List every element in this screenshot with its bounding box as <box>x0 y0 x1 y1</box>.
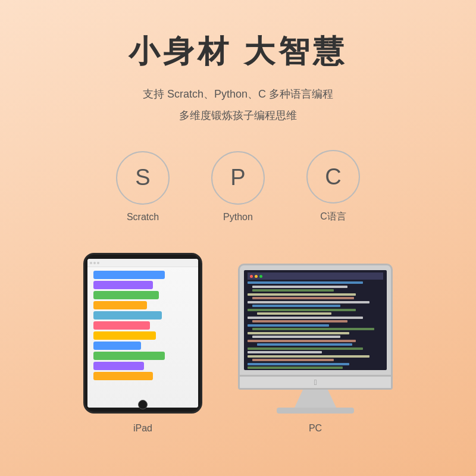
mac-chin:  <box>238 377 393 390</box>
ipad-label: iPad <box>133 423 152 434</box>
scratch-block-8 <box>93 342 141 350</box>
status-dot-1 <box>90 262 92 264</box>
ipad-wrap <box>83 253 202 414</box>
subtitle-line1: 支持 Scratch、Python、C 多种语言编程 <box>143 83 333 105</box>
mac-screen <box>244 270 387 370</box>
code-line-13 <box>252 328 374 330</box>
code-line-22 <box>248 363 349 365</box>
c-circle-icon: C <box>306 150 360 203</box>
python-letter: P <box>230 165 245 190</box>
code-line-21 <box>252 359 334 361</box>
c-icon-item: C C语言 <box>306 150 360 223</box>
code-line-2 <box>252 286 347 288</box>
code-line-1 <box>248 281 363 284</box>
ipad-body <box>83 253 202 414</box>
code-line-18 <box>248 347 363 350</box>
code-line-3 <box>252 289 334 292</box>
python-icon-item: P Python <box>211 151 265 223</box>
code-line-15 <box>252 336 340 338</box>
mac-monitor <box>238 264 393 377</box>
code-line-5 <box>252 297 354 299</box>
scratch-block-7 <box>93 331 156 340</box>
code-line-23 <box>248 367 343 369</box>
scratch-circle-icon: S <box>116 151 170 205</box>
code-line-14 <box>248 332 349 334</box>
mac-stand <box>295 390 336 408</box>
scratch-block-6 <box>93 321 150 330</box>
code-line-8 <box>248 309 356 311</box>
ipad-screen-content <box>87 259 198 408</box>
code-line-4 <box>248 293 356 296</box>
apple-logo-icon:  <box>314 378 317 387</box>
ipad-top-bar <box>87 259 198 267</box>
scratch-block-10 <box>93 362 144 370</box>
scratch-code-blocks <box>93 271 177 382</box>
mac-dot-yellow <box>255 275 258 278</box>
mac-dot-green <box>259 275 262 278</box>
code-line-6 <box>248 301 369 303</box>
scratch-letter: S <box>135 165 150 190</box>
code-line-12 <box>248 324 329 327</box>
scratch-block-11 <box>93 372 153 380</box>
pc-label: PC <box>309 423 322 434</box>
ipad-screen <box>87 259 198 408</box>
code-line-16 <box>248 340 356 342</box>
scratch-block-9 <box>93 352 165 360</box>
status-dot-3 <box>97 262 99 264</box>
scratch-block-1 <box>93 271 165 279</box>
scratch-icon-item: S Scratch <box>116 151 170 223</box>
code-line-10 <box>248 317 363 319</box>
subtitle-line2: 多维度锻炼孩子编程思维 <box>143 105 333 126</box>
scratch-block-2 <box>93 281 153 289</box>
python-circle-icon: P <box>211 151 265 205</box>
ipad-status-dots <box>90 262 99 264</box>
code-line-11 <box>252 320 347 322</box>
scratch-block-4 <box>93 301 147 309</box>
code-line-20 <box>248 355 369 358</box>
ipad-device-item: iPad <box>83 253 202 434</box>
subtitle: 支持 Scratch、Python、C 多种语言编程 多维度锻炼孩子编程思维 <box>143 83 333 126</box>
c-letter: C <box>325 164 341 190</box>
scratch-block-3 <box>93 291 159 299</box>
language-icons-row: S Scratch P Python C C语言 <box>116 150 360 223</box>
code-line-17 <box>257 343 352 346</box>
mac-screen-content <box>244 270 387 370</box>
mac-topbar <box>248 273 383 280</box>
code-line-19 <box>248 351 322 353</box>
scratch-block-5 <box>93 311 162 320</box>
main-title: 小身材 大智慧 <box>129 31 347 73</box>
status-dot-2 <box>93 262 96 264</box>
scratch-label: Scratch <box>127 212 159 223</box>
mac-dot-red <box>250 275 253 278</box>
ipad-home-button <box>138 400 148 409</box>
mac-wrap:  <box>238 264 393 414</box>
mac-base <box>277 408 354 414</box>
pc-device-item:  PC <box>238 264 393 434</box>
python-label: Python <box>223 212 253 223</box>
code-line-7 <box>252 305 340 307</box>
devices-row: iPad <box>83 253 393 434</box>
code-line-9 <box>257 312 331 315</box>
c-label: C语言 <box>320 211 346 223</box>
